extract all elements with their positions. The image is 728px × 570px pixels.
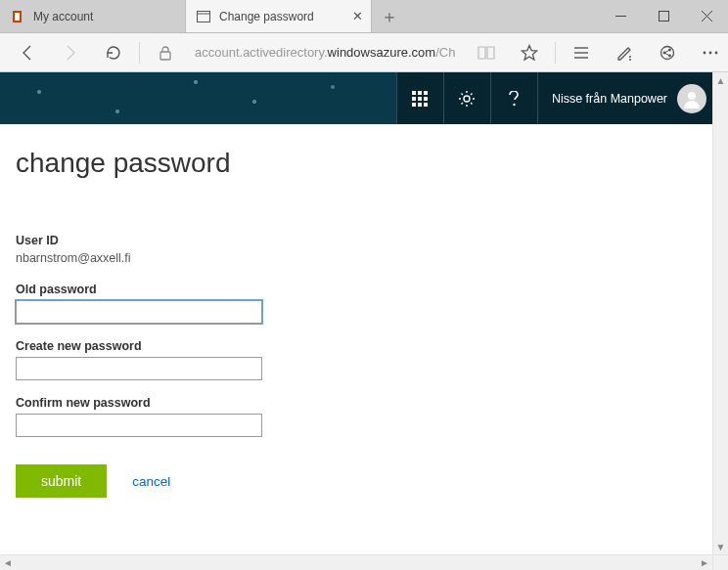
avatar <box>677 84 706 113</box>
toolbar-separator <box>555 42 556 64</box>
browser-tab-strip: My account Change password ✕ ＋ <box>0 0 728 33</box>
svg-line-18 <box>664 50 670 53</box>
svg-point-22 <box>715 51 718 54</box>
url-suffix: /Ch <box>435 45 455 60</box>
svg-rect-8 <box>160 52 170 60</box>
browser-toolbar: account.activedirectory.windowsazure.com… <box>0 33 728 72</box>
page-banner: Nisse från Manpower <box>0 72 728 124</box>
new-password-input[interactable] <box>16 357 262 380</box>
refresh-button[interactable] <box>94 33 133 72</box>
share-button[interactable] <box>648 33 687 72</box>
window-close-button[interactable] <box>685 0 728 33</box>
new-password-label: Create new password <box>16 339 712 353</box>
page-icon <box>196 9 211 24</box>
user-menu[interactable]: Nisse från Manpower <box>537 72 716 124</box>
svg-point-14 <box>661 46 674 59</box>
vertical-scrollbar[interactable]: ▲ ▼ <box>712 72 728 554</box>
notes-button[interactable] <box>605 33 644 72</box>
old-password-input[interactable] <box>16 300 262 324</box>
more-button[interactable] <box>691 33 728 72</box>
svg-rect-24 <box>418 91 422 95</box>
svg-rect-27 <box>418 97 422 101</box>
svg-line-19 <box>664 53 670 56</box>
new-tab-button[interactable]: ＋ <box>372 0 407 32</box>
favorites-button[interactable] <box>510 33 549 72</box>
tab-label: Change password <box>219 10 314 23</box>
old-password-label: Old password <box>16 283 712 296</box>
office-icon <box>10 9 25 24</box>
form-actions: submit cancel <box>16 464 712 498</box>
cancel-link[interactable]: cancel <box>132 474 170 489</box>
svg-point-34 <box>688 92 696 100</box>
waffle-menu-button[interactable] <box>396 72 443 124</box>
scroll-up-icon[interactable]: ▲ <box>713 72 728 88</box>
svg-rect-25 <box>424 91 428 95</box>
svg-rect-28 <box>424 97 428 101</box>
svg-point-12 <box>629 56 631 58</box>
page-title: change password <box>16 148 712 179</box>
window-minimize-button[interactable] <box>599 0 642 33</box>
user-id-value: nbarnstrom@axxell.fi <box>16 251 712 265</box>
svg-rect-29 <box>412 103 416 107</box>
svg-rect-2 <box>198 11 210 22</box>
submit-button[interactable]: submit <box>16 464 107 498</box>
main-content: change password User ID nbarnstrom@axxel… <box>0 124 728 507</box>
tab-my-account[interactable]: My account <box>0 0 186 32</box>
svg-point-33 <box>514 103 516 105</box>
tab-change-password[interactable]: Change password ✕ <box>186 0 372 32</box>
svg-rect-31 <box>424 103 428 107</box>
svg-rect-1 <box>15 13 20 21</box>
svg-rect-30 <box>418 103 422 107</box>
svg-rect-26 <box>412 97 416 101</box>
url-host: windowsazure.com <box>328 45 436 60</box>
url-prefix: account.activedirectory. <box>195 45 328 60</box>
lock-icon[interactable] <box>146 33 185 72</box>
confirm-password-input[interactable] <box>16 414 262 437</box>
svg-point-21 <box>709 51 712 54</box>
hub-button[interactable] <box>562 33 601 72</box>
scroll-right-icon[interactable]: ► <box>697 555 712 570</box>
forward-button[interactable] <box>51 33 90 72</box>
user-display-name: Nisse från Manpower <box>552 92 667 106</box>
confirm-password-label: Confirm new password <box>16 396 712 410</box>
svg-point-13 <box>629 59 631 61</box>
back-button[interactable] <box>8 33 47 72</box>
tab-label: My account <box>33 10 93 23</box>
svg-rect-23 <box>412 91 416 95</box>
scroll-down-icon[interactable]: ▼ <box>713 539 728 554</box>
horizontal-scrollbar[interactable]: ◄ ► <box>0 554 712 570</box>
window-maximize-button[interactable] <box>642 0 685 33</box>
address-bar[interactable]: account.activedirectory.windowsazure.com… <box>189 45 459 60</box>
scroll-left-icon[interactable]: ◄ <box>0 555 16 570</box>
toolbar-separator <box>139 42 140 64</box>
scroll-corner <box>712 554 728 570</box>
window-controls <box>599 0 728 32</box>
svg-point-20 <box>704 51 706 54</box>
reading-view-button[interactable] <box>467 33 506 72</box>
svg-point-32 <box>464 96 470 102</box>
help-button[interactable] <box>490 72 537 124</box>
user-id-label: User ID <box>16 234 712 247</box>
svg-rect-5 <box>659 12 668 22</box>
settings-button[interactable] <box>443 72 490 124</box>
close-tab-icon[interactable]: ✕ <box>352 9 363 23</box>
